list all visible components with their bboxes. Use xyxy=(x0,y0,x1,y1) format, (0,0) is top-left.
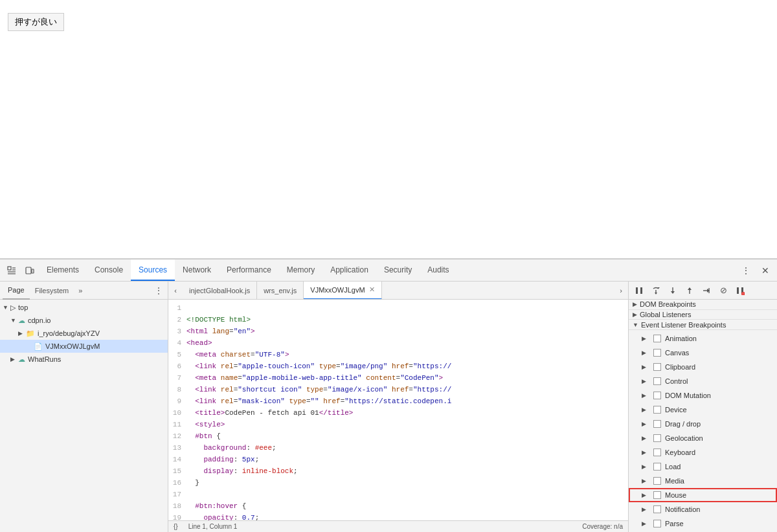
bp-parse[interactable]: ▶ Parse xyxy=(629,516,777,531)
more-options-icon[interactable]: ⋮ xyxy=(737,261,755,280)
debug-step-over-btn[interactable] xyxy=(648,283,664,298)
bp-mouse[interactable]: ▶ Mouse xyxy=(629,488,777,502)
right-panel: ⊘ ! ▶ DOM Breakpoints ▶ Global Listeners… xyxy=(628,282,777,532)
bp-media[interactable]: ▶ Media xyxy=(629,474,777,488)
webpage-button[interactable]: 押すが良い xyxy=(8,13,64,31)
bp-checkbox-load[interactable] xyxy=(653,463,661,471)
bp-dom-mutation[interactable]: ▶ DOM Mutation xyxy=(629,388,777,403)
bp-checkbox-geolocation[interactable] xyxy=(653,434,661,442)
bp-checkbox-keyboard[interactable] xyxy=(653,449,661,456)
tree-item-top[interactable]: ▼ ▷ top xyxy=(0,301,168,314)
tree-item-vjm[interactable]: 📄 VJMxxOWJLgvM xyxy=(0,340,168,353)
svg-marker-15 xyxy=(688,287,692,290)
inspect-element-icon[interactable] xyxy=(3,261,21,280)
debug-deactivate-btn[interactable]: ⊘ xyxy=(715,283,731,298)
code-line-11: 11 <style> xyxy=(168,419,628,430)
editor-nav-back[interactable]: ‹ xyxy=(168,283,183,298)
debug-step-out-btn[interactable] xyxy=(682,283,697,298)
editor-tab-vjm[interactable]: VJMxxOWJLgvM ✕ xyxy=(304,282,381,300)
code-line-18: 18 #btn:hover { xyxy=(168,500,628,512)
tab-audits[interactable]: Audits xyxy=(420,260,456,281)
tree-icon-iryo: 📁 xyxy=(26,329,35,338)
section-dom-breakpoints[interactable]: ▶ DOM Breakpoints xyxy=(629,300,777,310)
editor-tab-forward[interactable]: › xyxy=(614,283,628,298)
editor-status-cursor: Line 1, Column 1 xyxy=(188,523,238,530)
tab-sources[interactable]: Sources xyxy=(131,260,175,281)
panel-tab-filesystem[interactable]: Filesystem xyxy=(30,282,74,300)
code-line-9: 9 <link rel="mask-icon" type="" href="ht… xyxy=(168,395,628,407)
bp-checkbox-dom-mutation[interactable] xyxy=(653,392,661,399)
bp-drag-drop[interactable]: ▶ Drag / drop xyxy=(629,417,777,431)
svg-rect-0 xyxy=(8,267,11,270)
tab-application[interactable]: Application xyxy=(322,260,376,281)
editor-tab-wrs[interactable]: wrs_env.js xyxy=(257,282,304,300)
svg-rect-8 xyxy=(640,287,642,294)
bp-canvas[interactable]: ▶ Canvas xyxy=(629,346,777,360)
bp-control[interactable]: ▶ Control xyxy=(629,374,777,388)
tab-network[interactable]: Network xyxy=(175,260,219,281)
svg-marker-11 xyxy=(655,293,657,294)
toolbar-right: ⋮ ✕ xyxy=(737,261,774,280)
tree-item-whatruns[interactable]: ▶ ☁ WhatRuns xyxy=(0,353,168,366)
editor-tab-close-vjm[interactable]: ✕ xyxy=(369,285,375,294)
middle-panel: ‹ injectGlobalHook.js wrs_env.js VJMxxOW… xyxy=(168,282,628,532)
code-area[interactable]: 1 2 <!DOCTYPE html> 3 <html lang="en"> 4… xyxy=(168,300,628,520)
bp-animation[interactable]: ▶ Animation xyxy=(629,331,777,346)
tab-security[interactable]: Security xyxy=(376,260,420,281)
bp-checkbox-clipboard[interactable] xyxy=(653,363,661,371)
bp-checkbox-device[interactable] xyxy=(653,406,661,414)
devtools-main: Page Filesystem » ⋮ ▼ ▷ top xyxy=(0,282,777,532)
panel-tab-page[interactable]: Page xyxy=(3,282,30,300)
tab-performance[interactable]: Performance xyxy=(219,260,279,281)
bp-geolocation[interactable]: ▶ Geolocation xyxy=(629,431,777,445)
tree-arrow-top: ▼ xyxy=(3,304,10,311)
section-label-global: Global Listeners xyxy=(640,311,692,318)
bp-clipboard[interactable]: ▶ Clipboard xyxy=(629,360,777,374)
section-global-listeners[interactable]: ▶ Global Listeners xyxy=(629,310,777,320)
debug-step-into-btn[interactable] xyxy=(665,283,681,298)
tree-arrow-iryo: ▶ xyxy=(18,330,26,337)
bp-checkbox-canvas[interactable] xyxy=(653,349,661,357)
devtools-toolbar: Elements Console Sources Network Perform… xyxy=(0,260,777,282)
tab-elements[interactable]: Elements xyxy=(39,260,87,281)
bp-load[interactable]: ▶ Load xyxy=(629,460,777,474)
bp-checkbox-mouse[interactable] xyxy=(653,491,661,499)
code-line-1: 1 xyxy=(168,302,628,314)
bp-checkbox-animation[interactable] xyxy=(653,335,661,342)
svg-rect-7 xyxy=(636,287,638,294)
svg-rect-5 xyxy=(26,267,31,274)
bp-keyboard[interactable]: ▶ Keyboard xyxy=(629,445,777,460)
tree-item-iryo[interactable]: ▶ 📁 i_ryo/debug/ajxYZV xyxy=(0,327,168,340)
tree-item-cdpn[interactable]: ▼ ☁ cdpn.io xyxy=(0,314,168,327)
tree-icon-top: ▷ xyxy=(10,304,16,312)
editor-status-bracket: {} xyxy=(174,523,178,530)
panel-tab-options-icon[interactable]: ⋮ xyxy=(152,284,165,297)
code-line-12: 12 #btn { xyxy=(168,430,628,442)
bp-device[interactable]: ▶ Device xyxy=(629,403,777,417)
device-toggle-icon[interactable] xyxy=(21,261,39,280)
code-line-10: 10 <title>CodePen - fetch api 01</title> xyxy=(168,407,628,419)
close-devtools-icon[interactable]: ✕ xyxy=(756,261,774,280)
code-line-7: 7 <meta name="apple-mobile-web-app-title… xyxy=(168,372,628,384)
event-listener-bp-content: ▶ Animation ▶ Canvas ▶ Clipboard ▶ xyxy=(629,330,777,532)
tab-console[interactable]: Console xyxy=(87,260,131,281)
editor-status-coverage: Coverage: n/a xyxy=(582,523,623,530)
bp-checkbox-control[interactable] xyxy=(653,377,661,385)
panel-tab-more[interactable]: » xyxy=(74,284,87,297)
bp-checkbox-notification[interactable] xyxy=(653,505,661,513)
devtools-tab-list: Elements Console Sources Network Perform… xyxy=(39,260,737,281)
editor-tab-inject[interactable]: injectGlobalHook.js xyxy=(183,282,257,300)
section-label-event: Event Listener Breakpoints xyxy=(641,321,726,329)
tab-memory[interactable]: Memory xyxy=(279,260,322,281)
left-panel-tabs: Page Filesystem » ⋮ xyxy=(0,282,168,300)
debug-pause-btn[interactable] xyxy=(631,283,647,298)
bp-checkbox-drag-drop[interactable] xyxy=(653,420,661,428)
bp-notification[interactable]: ▶ Notification xyxy=(629,502,777,516)
tree-arrow-cdpn: ▼ xyxy=(10,317,18,324)
bp-checkbox-parse[interactable] xyxy=(653,520,661,527)
debug-pause-exceptions-btn[interactable]: ! xyxy=(732,283,748,298)
section-event-listener-bp[interactable]: ▼ Event Listener Breakpoints xyxy=(629,320,777,330)
debug-step-btn[interactable] xyxy=(699,283,714,298)
code-line-5: 5 <meta charset="UTF-8"> xyxy=(168,349,628,360)
bp-checkbox-media[interactable] xyxy=(653,477,661,485)
